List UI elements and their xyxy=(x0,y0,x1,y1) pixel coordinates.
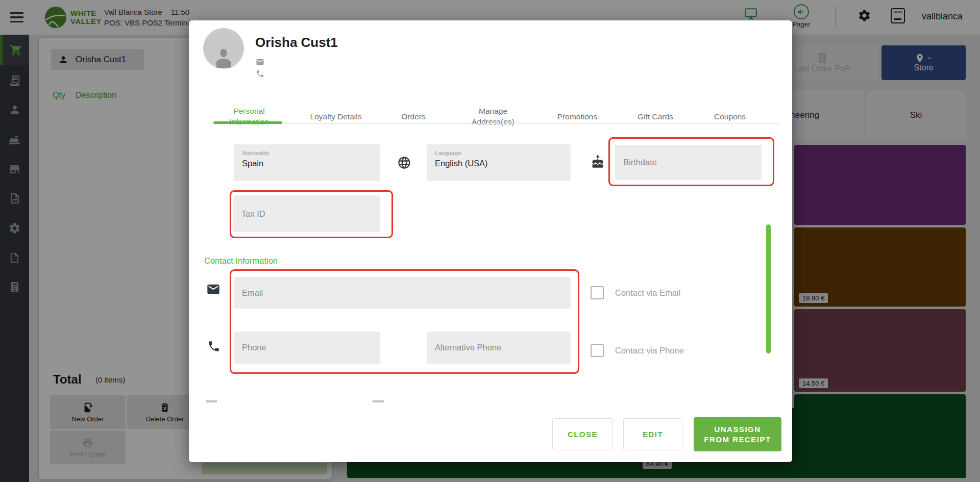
modal-scrollbar-thumb[interactable] xyxy=(766,224,771,353)
truncated-field-icon xyxy=(373,400,384,402)
customer-details-modal: Orisha Cust1 Personal Information Loyalt… xyxy=(189,20,792,462)
contact-via-phone-checkbox[interactable] xyxy=(591,344,604,357)
phone-icon xyxy=(207,340,220,353)
phone-field[interactable]: Phone xyxy=(234,332,380,364)
birthday-cake-icon xyxy=(591,155,605,169)
tab-manage-addresses[interactable]: Manage Address(es) xyxy=(457,93,529,140)
email-icon xyxy=(206,282,220,296)
birthdate-field[interactable]: Birthdate xyxy=(615,145,762,180)
tab-coupons[interactable]: Coupons xyxy=(699,93,761,140)
language-field[interactable]: Language English (USA) xyxy=(427,144,571,181)
truncated-field-icon xyxy=(206,400,217,402)
tax-id-field[interactable]: Tax ID xyxy=(233,195,380,232)
phone-icon xyxy=(256,69,264,78)
active-tab-indicator xyxy=(213,121,282,124)
unassign-from-receipt-button[interactable]: UNASSIGN FROM RECEIPT xyxy=(694,417,781,451)
tab-promotions[interactable]: Promotions xyxy=(544,93,610,140)
contact-via-email-label: Contact via Email xyxy=(615,288,680,298)
tab-orders[interactable]: Orders xyxy=(383,93,444,140)
email-field[interactable]: Email xyxy=(234,277,571,309)
tabs-divider xyxy=(218,123,780,124)
nationality-field[interactable]: Nationality Spain xyxy=(234,144,380,181)
contact-information-heading: Contact Information xyxy=(204,256,278,266)
modal-tabs: Personal Information Loyalty Details Ord… xyxy=(204,93,944,142)
person-silhouette-icon xyxy=(212,43,235,69)
customer-avatar xyxy=(203,28,244,69)
tab-loyalty-details[interactable]: Loyalty Details xyxy=(305,93,366,140)
contact-via-phone-label: Contact via Phone xyxy=(615,346,684,356)
globe-icon xyxy=(397,156,411,170)
alternative-phone-field[interactable]: Alternative Phone xyxy=(427,332,571,364)
email-icon xyxy=(256,58,264,66)
contact-via-email-checkbox[interactable] xyxy=(591,286,604,299)
edit-button[interactable]: EDIT xyxy=(623,418,682,450)
close-button[interactable]: CLOSE xyxy=(552,418,613,450)
customer-name-title: Orisha Cust1 xyxy=(255,35,338,50)
tab-gift-cards[interactable]: Gift Cards xyxy=(630,93,681,140)
tab-personal-information[interactable]: Personal Information xyxy=(213,93,285,140)
